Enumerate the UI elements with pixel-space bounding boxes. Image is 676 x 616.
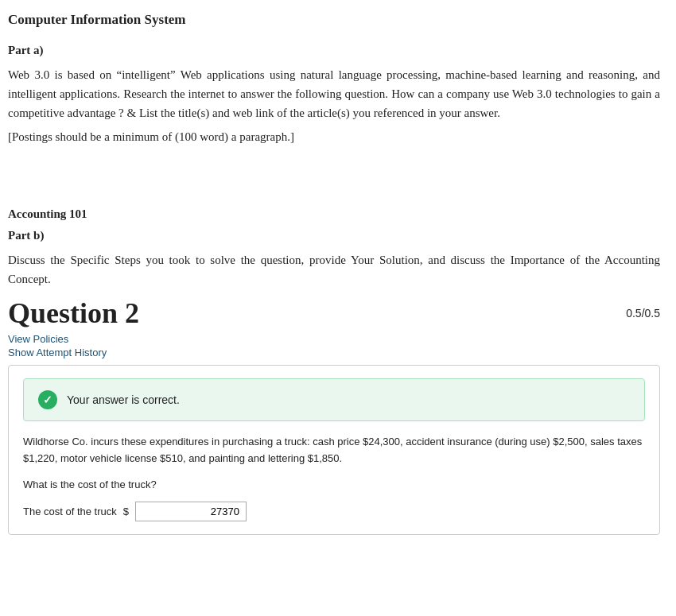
answer-input[interactable] [135, 502, 247, 521]
part-a-label: Part a) [8, 44, 660, 57]
part-b-label: Part b) [8, 229, 660, 242]
correct-banner: ✓ Your answer is correct. [23, 378, 645, 421]
part-a-body: Web 3.0 is based on “intelligent” Web ap… [8, 65, 660, 122]
correct-banner-text: Your answer is correct. [67, 393, 180, 406]
postings-note: [Postings should be a minimum of (100 wo… [8, 130, 660, 144]
question-text: What is the cost of the truck? [23, 478, 645, 490]
view-policies-link[interactable]: View Policies [8, 333, 660, 345]
problem-text: Wildhorse Co. incurs these expenditures … [23, 434, 645, 467]
part-b-body: Discuss the Specific Steps you took to s… [8, 250, 660, 289]
page-title: Computer Information System [8, 12, 660, 28]
question-title: Question 2 [8, 296, 139, 330]
question-score: 0.5/0.5 [626, 307, 660, 320]
show-attempt-history-link[interactable]: Show Attempt History [8, 347, 660, 358]
accounting-subject: Accounting 101 [8, 207, 660, 221]
answer-label: The cost of the truck [23, 506, 117, 517]
check-icon: ✓ [38, 390, 57, 409]
dollar-sign: $ [123, 506, 129, 517]
